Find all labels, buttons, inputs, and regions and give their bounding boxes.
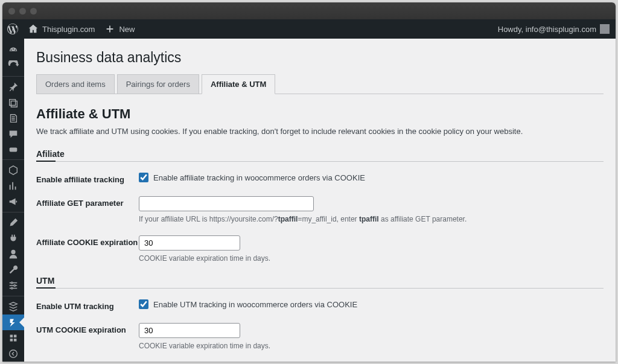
sidebar-item-generic-2[interactable] xyxy=(2,330,24,346)
page-title: Business data analytics xyxy=(36,49,604,66)
admin-toolbar: Thisplugin.com New Howdy, info@thisplugi… xyxy=(2,19,616,39)
media-icon xyxy=(8,97,19,108)
svg-rect-0 xyxy=(10,147,18,152)
sidebar-item-media[interactable] xyxy=(2,95,24,110)
checkbox-enable-utm[interactable] xyxy=(139,299,148,309)
tab-pairings[interactable]: Pairings for orders xyxy=(117,74,199,94)
page-tabs: Orders and items Pairings for orders Aff… xyxy=(36,74,604,94)
pages-icon xyxy=(8,113,19,124)
admin-toolbar-right[interactable]: Howdy, info@thisplugin.com xyxy=(498,24,610,34)
sidebar-item-posts[interactable] xyxy=(2,79,24,95)
plus-icon xyxy=(104,24,115,34)
sidebar-item-settings[interactable] xyxy=(2,278,24,293)
window-titlebar xyxy=(2,2,616,19)
app-window: Thisplugin.com New Howdy, info@thisplugi… xyxy=(2,2,616,362)
dashboard-icon xyxy=(8,45,19,56)
new-content-menu[interactable]: New xyxy=(100,19,139,39)
sidebar-item-comments[interactable] xyxy=(2,126,24,142)
input-affiliate-cookie[interactable] xyxy=(139,235,240,251)
woo-icon xyxy=(8,144,19,155)
row-utm-cookie: UTM COOKIE expiration COOKIE variable ex… xyxy=(36,316,604,355)
sidebar-item-dashboard[interactable] xyxy=(2,42,24,58)
row-affiliate-get: Affiliate GET parameter If your affiliat… xyxy=(36,189,604,228)
sidebar-item-analytics[interactable] xyxy=(2,178,24,194)
sidebar-item-generic-1[interactable] xyxy=(2,299,24,315)
main-content: Business data analytics Orders and items… xyxy=(24,39,616,362)
checkbox-label-enable-utm[interactable]: Enable UTM tracking in woocommerce order… xyxy=(139,299,604,309)
layout: Business data analytics Orders and items… xyxy=(2,39,616,362)
collapse-icon xyxy=(8,348,19,359)
section-title: Affiliate & UTM xyxy=(36,106,604,122)
comment-icon xyxy=(8,129,19,139)
minimize-dot[interactable] xyxy=(19,8,26,14)
checkbox-text-enable-affiliate: Enable affiliate tracking in woocommerce… xyxy=(153,173,365,182)
sidebar-item-products[interactable] xyxy=(2,162,24,178)
logo-icon xyxy=(8,317,19,328)
grid-icon xyxy=(8,333,19,343)
howdy-text: Howdy, info@thisplugin.com xyxy=(498,25,596,34)
affiliate-heading: Afiliate xyxy=(36,149,604,162)
sliders-icon xyxy=(8,280,19,291)
sidebar-item-appearance[interactable] xyxy=(2,215,24,231)
row-enable-affiliate: Enable affiliate tracking Enable affilia… xyxy=(36,165,604,189)
label-affiliate-get: Affiliate GET parameter xyxy=(36,196,139,208)
plug-icon xyxy=(8,233,19,244)
sidebar-item-marketing[interactable] xyxy=(2,194,24,209)
megaphone-icon xyxy=(8,196,19,207)
row-affiliate-cookie: Affiliate COOKIE expiration COOKIE varia… xyxy=(36,228,604,267)
box-icon xyxy=(8,165,19,176)
sidebar-divider-2 xyxy=(2,158,24,161)
sidebar-divider-4 xyxy=(2,293,24,296)
label-affiliate-cookie: Affiliate COOKIE expiration xyxy=(36,235,139,247)
checkbox-label-enable-affiliate[interactable]: Enable affiliate tracking in woocommerce… xyxy=(139,173,604,182)
brush-icon xyxy=(8,217,19,228)
checkbox-enable-affiliate[interactable] xyxy=(139,173,148,182)
sidebar-item-collapse[interactable] xyxy=(2,346,24,362)
hint-utm-cookie: COOKIE variable expiration time in days. xyxy=(139,342,604,350)
admin-sidebar xyxy=(2,39,24,362)
site-name: Thisplugin.com xyxy=(42,25,95,34)
hint-affiliate-cookie: COOKIE variable expiration time in days. xyxy=(139,254,604,263)
site-name-menu[interactable]: Thisplugin.com xyxy=(23,19,100,39)
input-affiliate-get[interactable] xyxy=(139,196,314,211)
new-label: New xyxy=(119,25,135,34)
input-utm-cookie[interactable] xyxy=(139,323,240,338)
sidebar-item-pages[interactable] xyxy=(2,110,24,126)
sidebar-item-woo[interactable] xyxy=(2,142,24,158)
svg-point-1 xyxy=(10,350,18,358)
wordpress-icon xyxy=(7,24,18,34)
sidebar-item-thisplugin[interactable] xyxy=(2,315,24,330)
sidebar-divider xyxy=(2,74,24,77)
label-enable-utm: Enable UTM tracking xyxy=(36,299,139,311)
utm-heading: UTM xyxy=(36,276,604,289)
sidebar-item-plugins[interactable] xyxy=(2,231,24,246)
home-icon xyxy=(28,24,39,34)
label-utm-cookie: UTM COOKIE expiration xyxy=(36,323,139,334)
sidebar-item-users[interactable] xyxy=(2,246,24,262)
label-enable-affiliate: Enable affiliate tracking xyxy=(36,173,139,184)
user-icon xyxy=(8,249,19,260)
admin-toolbar-left: Thisplugin.com New xyxy=(2,19,139,39)
refresh-icon xyxy=(8,60,19,71)
sidebar-item-updates[interactable] xyxy=(2,58,24,74)
sidebar-divider-3 xyxy=(2,209,24,212)
tab-affiliate-utm[interactable]: Affiliate & UTM xyxy=(202,74,275,94)
pin-icon xyxy=(8,81,19,92)
wrench-icon xyxy=(8,264,19,275)
close-dot[interactable] xyxy=(8,8,15,14)
hint-affiliate-get: If your affiliate URL is https://yoursit… xyxy=(139,215,604,223)
sidebar-item-tools[interactable] xyxy=(2,262,24,278)
bar-chart-icon xyxy=(8,180,19,191)
wp-logo-menu[interactable] xyxy=(2,19,23,39)
stack-icon xyxy=(8,301,19,312)
avatar xyxy=(600,24,610,34)
maximize-dot[interactable] xyxy=(30,8,37,14)
checkbox-text-enable-utm: Enable UTM tracking in woocommerce order… xyxy=(153,300,357,309)
row-enable-utm: Enable UTM tracking Enable UTM tracking … xyxy=(36,292,604,316)
section-description: We track affiliate and UTM using cookies… xyxy=(36,127,604,136)
tab-orders-items[interactable]: Orders and items xyxy=(36,74,115,94)
